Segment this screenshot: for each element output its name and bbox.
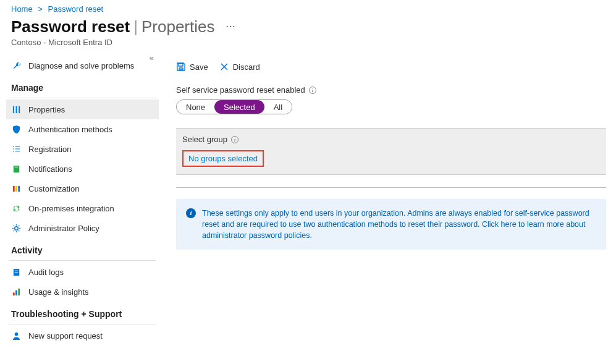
sidebar-item-on-premises-integration[interactable]: On-premises integration xyxy=(6,198,159,218)
svg-rect-6 xyxy=(15,185,17,191)
sidebar-item-properties[interactable]: Properties xyxy=(6,99,159,119)
sidebar-item-label: Properties xyxy=(28,105,65,114)
breadcrumb: Home > Password reset xyxy=(0,0,616,16)
save-label: Save xyxy=(190,62,208,72)
sidebar-divider xyxy=(9,324,156,324)
sspr-option-all[interactable]: All xyxy=(264,100,292,114)
svg-rect-10 xyxy=(14,270,18,271)
sidebar-header-manage: Manage xyxy=(6,75,159,96)
sidebar-item-diagnose[interactable]: Diagnose and solve problems xyxy=(6,56,159,75)
sspr-label-row: Self service password reset enabled i xyxy=(176,85,606,95)
sidebar-header-support: Troubleshooting + Support xyxy=(6,302,159,323)
checklist-icon xyxy=(11,144,21,154)
svg-rect-12 xyxy=(12,292,14,295)
sync-icon xyxy=(11,203,21,213)
sidebar-item-notifications[interactable]: Notifications xyxy=(6,159,159,179)
sspr-label: Self service password reset enabled xyxy=(176,85,305,95)
sidebar-item-usage-insights[interactable]: Usage & insights xyxy=(6,282,159,302)
select-group-label-row: Select group i xyxy=(182,135,600,144)
toolbar: Save Discard xyxy=(176,54,606,79)
breadcrumb-home[interactable]: Home xyxy=(11,4,33,14)
page-title-main: Password reset xyxy=(11,17,130,36)
sidebar-item-label: Usage & insights xyxy=(28,287,89,297)
properties-icon xyxy=(11,104,21,114)
sidebar-item-label: Authentication methods xyxy=(28,125,112,134)
sidebar-item-authentication-methods[interactable]: Authentication methods xyxy=(6,119,159,139)
log-icon xyxy=(11,267,21,277)
sidebar-item-label: Registration xyxy=(28,145,71,154)
svg-point-15 xyxy=(14,332,18,336)
svg-point-8 xyxy=(14,226,18,230)
close-icon xyxy=(219,62,229,72)
main-panel: Save Discard Self service password reset… xyxy=(159,53,616,345)
info-icon: i xyxy=(186,208,196,218)
svg-rect-1 xyxy=(15,106,17,112)
sspr-option-selected[interactable]: Selected xyxy=(214,100,264,114)
svg-rect-0 xyxy=(12,106,14,112)
sidebar-divider xyxy=(9,260,156,261)
page-title-sub: Properties xyxy=(141,17,215,36)
sspr-toggle-group: None Selected All xyxy=(176,99,292,114)
sidebar-item-label: Customization xyxy=(28,184,79,193)
wrench-icon xyxy=(11,61,21,70)
sidebar: « Diagnose and solve problems Manage Pro… xyxy=(0,53,159,345)
page-title-separator: | xyxy=(133,17,138,36)
sidebar-item-label: New support request xyxy=(28,331,103,341)
info-banner-text[interactable]: These settings only apply to end users i… xyxy=(202,208,596,241)
sidebar-item-registration[interactable]: Registration xyxy=(6,139,159,159)
sidebar-divider xyxy=(9,98,156,98)
sspr-option-none[interactable]: None xyxy=(177,100,214,114)
svg-rect-4 xyxy=(14,166,18,167)
sidebar-item-label: Administrator Policy xyxy=(28,224,99,233)
svg-rect-13 xyxy=(15,290,17,295)
info-icon[interactable]: i xyxy=(231,136,238,143)
select-group-highlight: No groups selected xyxy=(182,150,264,167)
svg-rect-11 xyxy=(14,272,18,273)
svg-rect-3 xyxy=(13,165,19,172)
support-person-icon xyxy=(11,331,21,341)
no-groups-selected-link[interactable]: No groups selected xyxy=(188,154,258,163)
discard-button[interactable]: Discard xyxy=(219,62,260,72)
discard-label: Discard xyxy=(233,62,260,72)
panel-divider xyxy=(176,187,606,188)
svg-rect-14 xyxy=(18,288,20,295)
svg-rect-5 xyxy=(12,185,14,191)
save-button[interactable]: Save xyxy=(176,62,208,72)
gear-icon xyxy=(11,223,21,233)
sidebar-header-activity: Activity xyxy=(6,238,159,259)
svg-rect-7 xyxy=(18,185,20,191)
save-icon xyxy=(176,62,186,72)
sidebar-item-label: Notifications xyxy=(28,164,72,174)
select-group-label: Select group xyxy=(182,135,227,144)
more-actions-button[interactable]: ⋯ xyxy=(226,20,236,32)
page-subtitle: Contoso - Microsoft Entra ID xyxy=(0,36,616,53)
sidebar-item-audit-logs[interactable]: Audit logs xyxy=(6,262,159,282)
color-bars-icon xyxy=(11,184,21,193)
sidebar-item-label: On-premises integration xyxy=(28,204,114,213)
sidebar-item-administrator-policy[interactable]: Administrator Policy xyxy=(6,218,159,238)
svg-rect-2 xyxy=(19,106,20,112)
breadcrumb-current[interactable]: Password reset xyxy=(48,4,104,14)
book-icon xyxy=(11,164,21,174)
collapse-sidebar-button[interactable]: « xyxy=(150,53,154,62)
info-icon[interactable]: i xyxy=(309,87,316,94)
chart-icon xyxy=(11,287,21,297)
shield-icon xyxy=(11,124,21,134)
page-title-row: Password reset | Properties ⋯ xyxy=(0,16,616,36)
chevron-right-icon: > xyxy=(38,4,43,14)
sidebar-item-customization[interactable]: Customization xyxy=(6,179,159,198)
sidebar-item-new-support-request[interactable]: New support request xyxy=(6,326,159,345)
sidebar-item-label: Diagnose and solve problems xyxy=(28,61,134,70)
select-group-panel: Select group i No groups selected xyxy=(176,128,606,175)
sidebar-item-label: Audit logs xyxy=(28,268,64,277)
info-banner: i These settings only apply to end users… xyxy=(176,199,606,250)
